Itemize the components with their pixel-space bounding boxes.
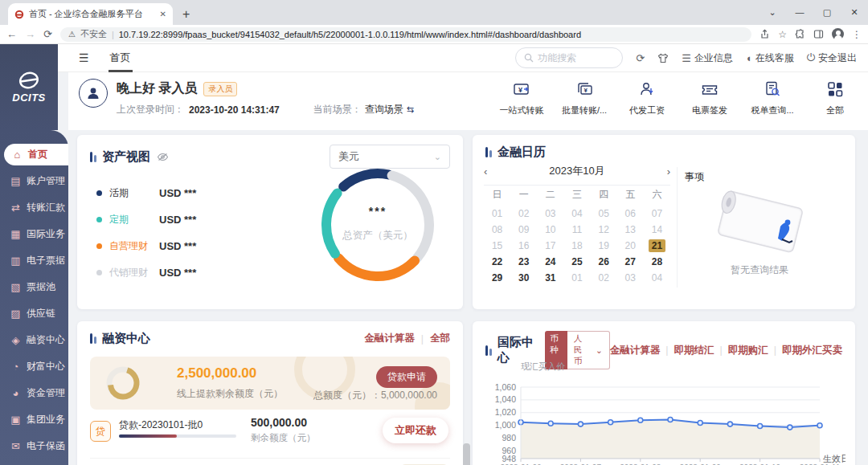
quick-action-1[interactable]: ¥批量转账/... xyxy=(561,80,608,116)
profile-avatar[interactable] xyxy=(832,28,844,40)
calendar-day-07[interactable]: 07 xyxy=(644,206,670,222)
calendar-day-05[interactable]: 05 xyxy=(591,206,617,222)
intl-link-0[interactable]: 金融计算器 xyxy=(610,344,661,357)
quick-action-4[interactable]: 税单查询... xyxy=(749,80,796,116)
calendar-day-02[interactable]: 02 xyxy=(510,206,537,222)
side-panel-icon[interactable] xyxy=(813,29,824,39)
favicon-dcits-icon xyxy=(14,10,24,19)
calendar-day-10[interactable]: 10 xyxy=(537,222,563,238)
back-icon[interactable]: ← xyxy=(6,28,17,40)
extensions-puzzle-icon[interactable] xyxy=(795,29,805,39)
calendar-day-27[interactable]: 27 xyxy=(617,254,644,270)
tab-search-icon[interactable]: ⌄ xyxy=(759,0,786,25)
intl-link-2[interactable]: 即期购汇 xyxy=(728,344,768,357)
address-separator: | xyxy=(112,30,114,39)
calendar-day-29[interactable]: 29 xyxy=(484,270,510,286)
calendar-day-22[interactable]: 22 xyxy=(484,254,510,270)
sidebar-item-3[interactable]: ▦国际业务 xyxy=(0,221,68,247)
finance-link-1[interactable]: 全部 xyxy=(430,332,450,345)
online-service-link[interactable]: ◖在线客服 xyxy=(746,51,794,65)
share-icon[interactable] xyxy=(760,29,770,39)
intl-link-1[interactable]: 即期结汇 xyxy=(674,344,714,357)
repay-now-button[interactable]: 立即还款 xyxy=(383,418,448,443)
calendar-day-25[interactable]: 25 xyxy=(563,254,590,270)
window-maximize-icon[interactable]: ▢ xyxy=(813,0,841,25)
calendar-day-21-today[interactable]: 21 xyxy=(644,238,670,254)
search-input[interactable] xyxy=(538,52,610,63)
sidebar-item-9[interactable]: ◕资金管理 xyxy=(0,380,68,406)
reload-icon[interactable]: ⟳ xyxy=(43,28,52,40)
refresh-icon[interactable]: ⟳ xyxy=(636,52,645,64)
calendar-day-04[interactable]: 04 xyxy=(644,270,670,286)
calendar-day-30[interactable]: 30 xyxy=(510,270,537,286)
sidebar-item-2[interactable]: ⇄转账汇款 xyxy=(0,194,68,221)
safe-logout-link[interactable]: ⏻安全退出 xyxy=(807,51,857,65)
loan-list-scrollbar[interactable] xyxy=(463,443,470,465)
sidebar-item-5[interactable]: ▧票据池 xyxy=(0,274,68,300)
bookmark-star-icon[interactable]: ☆ xyxy=(778,29,787,40)
function-search[interactable] xyxy=(515,47,623,68)
sidebar-item-11[interactable]: ✉电子保函 xyxy=(0,433,68,459)
calendar-next-icon[interactable]: › xyxy=(654,165,670,177)
calendar-day-01[interactable]: 01 xyxy=(563,270,590,286)
calendar-day-24[interactable]: 24 xyxy=(537,254,563,270)
loan-apply-button[interactable]: 贷款申请 xyxy=(376,366,437,388)
intl-link-3[interactable]: 即期外汇买卖 xyxy=(782,344,842,357)
browser-tab[interactable]: 首页 - 企业综合金融服务平台 ✕ xyxy=(8,3,173,25)
calendar-day-28[interactable]: 28 xyxy=(644,254,670,270)
skin-theme-icon[interactable] xyxy=(657,53,669,63)
scene-switch-icon[interactable]: ⇆ xyxy=(407,104,414,115)
sidebar-item-0[interactable]: ⌂首页 xyxy=(4,144,68,165)
eye-off-icon[interactable] xyxy=(157,153,169,161)
enterprise-info-link[interactable]: ☰企业信息 xyxy=(682,51,733,65)
calendar-day-14[interactable]: 14 xyxy=(644,222,670,238)
guarantee-icon: ✉ xyxy=(10,440,22,452)
window-close-icon[interactable]: ✕ xyxy=(841,0,868,25)
calendar-day-26[interactable]: 26 xyxy=(591,254,617,270)
calendar-day-04[interactable]: 04 xyxy=(563,206,590,222)
calendar-day-15[interactable]: 15 xyxy=(484,238,510,254)
calendar-day-18[interactable]: 18 xyxy=(563,238,590,254)
quick-action-2[interactable]: 代发工资 xyxy=(624,80,670,116)
calendar-day-03[interactable]: 03 xyxy=(617,270,644,286)
calendar-day-13[interactable]: 13 xyxy=(617,222,644,238)
calendar-day-11[interactable]: 11 xyxy=(563,222,590,238)
sidebar-item-8[interactable]: ◔财富中心 xyxy=(0,353,68,380)
calendar-day-16[interactable]: 16 xyxy=(510,238,537,254)
sidebar-item-6[interactable]: ▨供应链 xyxy=(0,300,68,327)
quick-action-label: 电票签发 xyxy=(692,104,727,116)
chevron-down-icon: ⌄ xyxy=(434,152,441,162)
calendar-day-06[interactable]: 06 xyxy=(617,206,644,222)
calendar-day-01[interactable]: 01 xyxy=(484,206,510,222)
calendar-day-12[interactable]: 12 xyxy=(591,222,617,238)
calendar-day-23[interactable]: 23 xyxy=(510,254,537,270)
calendar-day-03[interactable]: 03 xyxy=(537,206,563,222)
calendar-day-17[interactable]: 17 xyxy=(537,238,563,254)
calendar-day-19[interactable]: 19 xyxy=(591,238,617,254)
calendar-day-08[interactable]: 08 xyxy=(484,222,510,238)
calendar-prev-icon[interactable]: ‹ xyxy=(484,165,500,177)
url-text: 10.7.19.22:8999/fpaas_bucket/94154032_de… xyxy=(119,30,581,39)
forward-icon[interactable]: → xyxy=(25,28,35,40)
calendar-day-09[interactable]: 09 xyxy=(510,222,537,238)
tab-close-icon[interactable]: ✕ xyxy=(160,10,166,18)
finance-link-0[interactable]: 金融计算器 xyxy=(364,332,415,345)
calendar-day-20[interactable]: 20 xyxy=(617,238,644,254)
events-divider xyxy=(677,167,678,288)
sidebar-item-10[interactable]: ▣集团业务 xyxy=(0,406,68,433)
window-minimize-icon[interactable]: — xyxy=(786,0,813,25)
quick-action-0[interactable]: ¥一站式转账 xyxy=(498,80,545,116)
calendar-day-02[interactable]: 02 xyxy=(591,270,617,286)
sidebar-item-7[interactable]: ◈融资中心 xyxy=(0,327,68,353)
quick-action-3[interactable]: 电票签发 xyxy=(686,80,733,116)
sidebar-item-4[interactable]: ▥电子票据 xyxy=(0,247,68,274)
calendar-day-31[interactable]: 31 xyxy=(537,270,563,286)
new-tab-button[interactable]: + xyxy=(182,7,190,22)
sidebar-item-1[interactable]: ▤账户管理 xyxy=(0,168,68,194)
quick-action-5[interactable]: 全部 xyxy=(812,80,858,116)
address-bar[interactable]: ⚠ 不安全 | 10.7.19.22:8999/fpaas_bucket/941… xyxy=(60,27,751,42)
loan-name: 贷款-20230101-批0 xyxy=(119,418,203,432)
tab-home[interactable]: 首页 xyxy=(108,44,133,72)
browser-menu-icon[interactable]: ⋮ xyxy=(852,29,862,40)
collapse-menu-icon[interactable]: ☰ xyxy=(79,51,89,64)
